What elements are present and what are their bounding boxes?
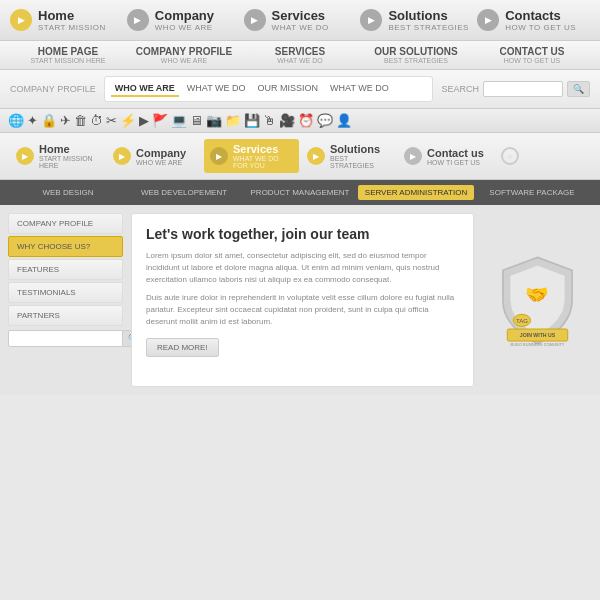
monitor-icon[interactable]: 🖥	[190, 113, 203, 128]
nav2-company-label: COMPANY PROFILE	[126, 46, 242, 57]
lightning-icon[interactable]: ⚡	[120, 113, 136, 128]
svg-text:JOIN WITH US: JOIN WITH US	[519, 331, 555, 337]
sidebar: COMPANY PROFILE WHY CHOOSE US? FEATURES …	[8, 213, 123, 387]
nav4-solutions[interactable]: ▶ Solutions BEST STRATEGIES	[301, 139, 396, 173]
nav4-home[interactable]: ▶ Home START MISSION HERE	[10, 139, 105, 173]
subnav-software[interactable]: SOFTWARE PACKAGE	[474, 185, 590, 200]
nav4-contact-sub: HOW TI GET US	[427, 159, 484, 166]
save-icon[interactable]: 💾	[244, 113, 260, 128]
user-icon[interactable]: 👤	[336, 113, 352, 128]
lock-icon[interactable]: 🔒	[41, 113, 57, 128]
svg-text:TAG: TAG	[515, 317, 527, 323]
nav2-services[interactable]: SERVICES WHAT WE DO	[242, 46, 358, 64]
alarm-icon[interactable]: ⏰	[298, 113, 314, 128]
nav1-solutions[interactable]: ▶ Solutions BEST STRATEGIES	[360, 8, 473, 32]
search-button[interactable]: 🔍	[567, 81, 590, 97]
nav4-services-label: Services	[233, 143, 293, 155]
video-icon[interactable]: 🎥	[279, 113, 295, 128]
scissors-icon[interactable]: ✂	[106, 113, 117, 128]
laptop-icon[interactable]: 💻	[171, 113, 187, 128]
nav4-company-sub: WHO WE ARE	[136, 159, 186, 166]
nav4-services-arrow: ▶	[210, 147, 228, 165]
sidebar-search-form: 🔍	[8, 330, 123, 347]
nav1-solutions-sub: BEST STRATEGIES	[388, 23, 469, 32]
nav2-home-sub: START MISSION HERE	[10, 57, 126, 64]
nav4-solutions-label: Solutions	[330, 143, 390, 155]
navbar-2: HOME PAGE START MISSION HERE COMPANY PRO…	[0, 41, 600, 70]
nav1-solutions-label: Solutions	[388, 8, 469, 23]
nav4-contact-arrow: ▶	[404, 147, 422, 165]
clock-icon[interactable]: ⏱	[90, 113, 103, 128]
nav3-link-whatwedo[interactable]: WHAT WE DO	[183, 81, 250, 97]
nav4-company-label: Company	[136, 147, 186, 159]
nav4-company-arrow: ▶	[113, 147, 131, 165]
nav1-solutions-arrow: ▶	[360, 9, 382, 31]
shield-svg: 🤝 TAG JOIN WITH US BUILD BUSINESS COMUNI…	[490, 253, 585, 348]
nav2-contact[interactable]: CONTACT US HOW TO GET US	[474, 46, 590, 64]
subnav-server[interactable]: SERVER ADMINISTRATION	[358, 185, 474, 200]
nav4-contact[interactable]: ▶ Contact us HOW TI GET US	[398, 143, 493, 170]
sidebar-whychoose[interactable]: WHY CHOOSE US?	[8, 236, 123, 257]
subnav-webdev[interactable]: WEB DEVELOPEMENT	[126, 185, 242, 200]
svg-text:🤝: 🤝	[525, 282, 549, 305]
nav2-company[interactable]: COMPANY PROFILE WHO WE ARE	[126, 46, 242, 64]
nav4-solutions-arrow: ▶	[307, 147, 325, 165]
nav3-link-mission[interactable]: OUR MISSION	[254, 81, 323, 97]
nav1-contacts[interactable]: ▶ Contacts HOW TO GET US	[477, 8, 590, 32]
nav2-solutions-label: OUR SOLUTIONS	[358, 46, 474, 57]
main-content: Let's work together, join our team Lorem…	[131, 213, 474, 387]
trash-icon[interactable]: 🗑	[74, 113, 87, 128]
main-para2: Duis aute irure dolor in reprehenderit i…	[146, 292, 459, 328]
nav4-contact-label: Contact us	[427, 147, 484, 159]
navbar-3: COMPANY PROFILE WHO WE ARE WHAT WE DO OU…	[0, 70, 600, 109]
nav2-home[interactable]: HOME PAGE START MISSION HERE	[10, 46, 126, 64]
nav2-company-sub: WHO WE ARE	[126, 57, 242, 64]
nav4-home-arrow: ▶	[16, 147, 34, 165]
nav1-contacts-arrow: ▶	[477, 9, 499, 31]
mouse-icon[interactable]: 🖱	[263, 113, 276, 128]
subnav-product[interactable]: PRODUCT MANAGEMENT	[242, 185, 358, 200]
nav1-home[interactable]: ▶ Home START MISSION	[10, 8, 123, 32]
subnav-webdesign[interactable]: WEB DESIGN	[10, 185, 126, 200]
main-para1: Lorem ipsum dolor sit amet, consectetur …	[146, 250, 459, 286]
search-input[interactable]	[483, 81, 563, 97]
nav1-home-sub: START MISSION	[38, 23, 106, 32]
sidebar-search-input[interactable]	[8, 330, 123, 347]
sidebar-testimonials[interactable]: TESTIMONIALS	[8, 282, 123, 303]
flag-icon[interactable]: 🚩	[152, 113, 168, 128]
nav2-solutions[interactable]: OUR SOLUTIONS BEST STRATEGIES	[358, 46, 474, 64]
sidebar-partners[interactable]: PARTNERS	[8, 305, 123, 326]
folder-icon[interactable]: 📁	[225, 113, 241, 128]
read-more-button[interactable]: READ MORE!	[146, 338, 219, 357]
nav4-circle-icon: ○	[501, 147, 519, 165]
nav1-company-arrow: ▶	[127, 9, 149, 31]
nav4-services-sub: WHAT WE DO FOR YOU	[233, 155, 293, 169]
nav1-home-arrow: ▶	[10, 9, 32, 31]
shield-logo: 🤝 TAG JOIN WITH US BUILD BUSINESS COMUNI…	[482, 213, 592, 387]
sidebar-features[interactable]: FEATURES	[8, 259, 123, 280]
chat-icon[interactable]: 💬	[317, 113, 333, 128]
nav1-company[interactable]: ▶ Company WHO WE ARE	[127, 8, 240, 32]
nav3-link-whoweare[interactable]: WHO WE ARE	[111, 81, 179, 97]
diamond-icon[interactable]: ✦	[27, 113, 38, 128]
subnav: WEB DESIGN WEB DEVELOPEMENT PRODUCT MANA…	[0, 180, 600, 205]
nav4-services[interactable]: ▶ Services WHAT WE DO FOR YOU	[204, 139, 299, 173]
globe-icon[interactable]: 🌐	[8, 113, 24, 128]
sidebar-company[interactable]: COMPANY PROFILE	[8, 213, 123, 234]
nav1-home-label: Home	[38, 8, 106, 23]
search-label: SEARCH	[441, 84, 479, 94]
nav2-home-label: HOME PAGE	[10, 46, 126, 57]
nav4-circle[interactable]: ○	[495, 143, 590, 169]
plane-icon[interactable]: ✈	[60, 113, 71, 128]
play-icon[interactable]: ▶	[139, 113, 149, 128]
navbar-1: ▶ Home START MISSION ▶ Company WHO WE AR…	[0, 0, 600, 41]
nav1-services[interactable]: ▶ Services WHAT WE DO	[244, 8, 357, 32]
nav4-company[interactable]: ▶ Company WHO WE ARE	[107, 143, 202, 170]
nav3-link-whatwedo2[interactable]: WHAT WE DO	[326, 81, 393, 97]
nav1-services-sub: WHAT WE DO	[272, 23, 329, 32]
camera-icon[interactable]: 📷	[206, 113, 222, 128]
nav1-company-label: Company	[155, 8, 214, 23]
nav1-company-sub: WHO WE ARE	[155, 23, 214, 32]
svg-text:BUILD BUSINESS COMUNITY: BUILD BUSINESS COMUNITY	[510, 342, 564, 347]
nav1-contacts-label: Contacts	[505, 8, 576, 23]
